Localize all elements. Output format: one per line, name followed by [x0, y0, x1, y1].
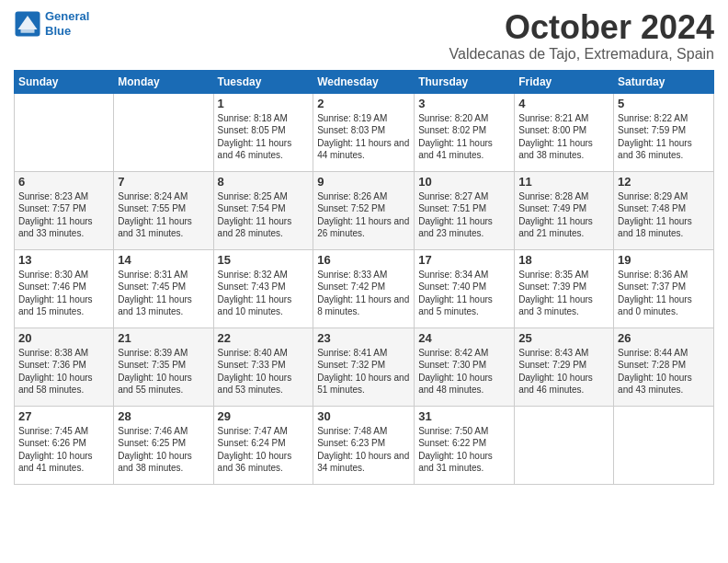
calendar-cell: 18Sunrise: 8:35 AM Sunset: 7:39 PM Dayli… [515, 249, 614, 327]
calendar-cell: 8Sunrise: 8:25 AM Sunset: 7:54 PM Daylig… [213, 171, 313, 249]
calendar-cell: 9Sunrise: 8:26 AM Sunset: 7:52 PM Daylig… [313, 171, 415, 249]
calendar-week-row: 6Sunrise: 8:23 AM Sunset: 7:57 PM Daylig… [15, 171, 714, 249]
day-number: 8 [218, 175, 310, 189]
svg-rect-2 [21, 29, 35, 33]
day-info: Sunrise: 8:26 AM Sunset: 7:52 PM Dayligh… [317, 190, 410, 240]
day-number: 7 [118, 175, 209, 189]
day-number: 14 [118, 253, 209, 267]
day-number: 4 [518, 97, 609, 110]
title-block: October 2024 Valdecanas de Tajo, Extrema… [449, 9, 714, 63]
column-header-friday: Friday [515, 70, 614, 93]
calendar-cell [614, 406, 714, 484]
calendar-cell: 21Sunrise: 8:39 AM Sunset: 7:35 PM Dayli… [114, 327, 213, 406]
column-header-sunday: Sunday [15, 70, 114, 93]
day-info: Sunrise: 7:45 AM Sunset: 6:26 PM Dayligh… [18, 425, 109, 475]
column-header-thursday: Thursday [415, 70, 515, 93]
day-number: 9 [317, 175, 410, 189]
calendar-cell: 17Sunrise: 8:34 AM Sunset: 7:40 PM Dayli… [415, 249, 515, 327]
day-info: Sunrise: 8:33 AM Sunset: 7:42 PM Dayligh… [317, 269, 410, 318]
calendar-cell: 3Sunrise: 8:20 AM Sunset: 8:02 PM Daylig… [415, 93, 515, 171]
day-number: 22 [218, 331, 310, 345]
calendar-week-row: 1Sunrise: 8:18 AM Sunset: 8:05 PM Daylig… [15, 93, 714, 171]
day-number: 21 [118, 331, 209, 345]
day-number: 15 [218, 253, 310, 267]
calendar-table: SundayMondayTuesdayWednesdayThursdayFrid… [14, 70, 714, 485]
calendar-cell: 13Sunrise: 8:30 AM Sunset: 7:46 PM Dayli… [15, 249, 114, 327]
calendar-header-row: SundayMondayTuesdayWednesdayThursdayFrid… [15, 70, 714, 93]
calendar-week-row: 20Sunrise: 8:38 AM Sunset: 7:36 PM Dayli… [15, 327, 714, 406]
day-number: 3 [418, 97, 510, 110]
day-number: 6 [18, 175, 109, 189]
day-info: Sunrise: 8:27 AM Sunset: 7:51 PM Dayligh… [418, 190, 510, 240]
calendar-cell: 29Sunrise: 7:47 AM Sunset: 6:24 PM Dayli… [213, 406, 313, 484]
day-info: Sunrise: 8:24 AM Sunset: 7:55 PM Dayligh… [118, 190, 209, 240]
logo: General Blue [14, 9, 89, 38]
calendar-cell: 25Sunrise: 8:43 AM Sunset: 7:29 PM Dayli… [515, 327, 614, 406]
day-info: Sunrise: 8:41 AM Sunset: 7:32 PM Dayligh… [317, 347, 410, 396]
day-number: 17 [418, 253, 510, 267]
calendar-cell: 1Sunrise: 8:18 AM Sunset: 8:05 PM Daylig… [213, 93, 313, 171]
day-info: Sunrise: 8:32 AM Sunset: 7:43 PM Dayligh… [218, 269, 310, 318]
day-info: Sunrise: 8:39 AM Sunset: 7:35 PM Dayligh… [118, 347, 209, 396]
column-header-saturday: Saturday [614, 70, 714, 93]
calendar-cell: 27Sunrise: 7:45 AM Sunset: 6:26 PM Dayli… [15, 406, 114, 484]
day-info: Sunrise: 8:19 AM Sunset: 8:03 PM Dayligh… [317, 112, 410, 162]
calendar-cell: 4Sunrise: 8:21 AM Sunset: 8:00 PM Daylig… [515, 93, 614, 171]
column-header-tuesday: Tuesday [213, 70, 313, 93]
calendar-cell: 2Sunrise: 8:19 AM Sunset: 8:03 PM Daylig… [313, 93, 415, 171]
day-number: 16 [317, 253, 410, 267]
day-info: Sunrise: 7:47 AM Sunset: 6:24 PM Dayligh… [218, 425, 310, 475]
calendar-cell: 5Sunrise: 8:22 AM Sunset: 7:59 PM Daylig… [614, 93, 714, 171]
calendar-cell [15, 93, 114, 171]
day-number: 26 [618, 331, 710, 345]
day-number: 5 [618, 97, 710, 110]
day-info: Sunrise: 8:34 AM Sunset: 7:40 PM Dayligh… [418, 269, 510, 318]
day-number: 18 [518, 253, 609, 267]
calendar-cell: 7Sunrise: 8:24 AM Sunset: 7:55 PM Daylig… [114, 171, 213, 249]
day-info: Sunrise: 8:31 AM Sunset: 7:45 PM Dayligh… [118, 269, 209, 318]
calendar-cell: 26Sunrise: 8:44 AM Sunset: 7:28 PM Dayli… [614, 327, 714, 406]
calendar-cell: 28Sunrise: 7:46 AM Sunset: 6:25 PM Dayli… [114, 406, 213, 484]
day-info: Sunrise: 8:40 AM Sunset: 7:33 PM Dayligh… [218, 347, 310, 396]
day-info: Sunrise: 8:18 AM Sunset: 8:05 PM Dayligh… [218, 112, 310, 162]
day-number: 27 [18, 409, 109, 423]
calendar-cell: 15Sunrise: 8:32 AM Sunset: 7:43 PM Dayli… [213, 249, 313, 327]
calendar-cell: 23Sunrise: 8:41 AM Sunset: 7:32 PM Dayli… [313, 327, 415, 406]
day-info: Sunrise: 8:25 AM Sunset: 7:54 PM Dayligh… [218, 190, 310, 240]
logo-text: General Blue [45, 9, 89, 38]
calendar-cell: 14Sunrise: 8:31 AM Sunset: 7:45 PM Dayli… [114, 249, 213, 327]
calendar-cell: 31Sunrise: 7:50 AM Sunset: 6:22 PM Dayli… [415, 406, 515, 484]
day-info: Sunrise: 8:30 AM Sunset: 7:46 PM Dayligh… [18, 269, 109, 318]
day-number: 20 [18, 331, 109, 345]
day-info: Sunrise: 8:20 AM Sunset: 8:02 PM Dayligh… [418, 112, 510, 162]
column-header-wednesday: Wednesday [313, 70, 415, 93]
calendar-cell [515, 406, 614, 484]
day-info: Sunrise: 8:42 AM Sunset: 7:30 PM Dayligh… [418, 347, 510, 396]
day-info: Sunrise: 8:35 AM Sunset: 7:39 PM Dayligh… [518, 269, 609, 318]
day-number: 31 [418, 409, 510, 423]
day-info: Sunrise: 8:29 AM Sunset: 7:48 PM Dayligh… [618, 190, 710, 240]
day-number: 13 [18, 253, 109, 267]
calendar-cell: 16Sunrise: 8:33 AM Sunset: 7:42 PM Dayli… [313, 249, 415, 327]
day-info: Sunrise: 7:48 AM Sunset: 6:23 PM Dayligh… [317, 425, 410, 475]
day-number: 19 [618, 253, 710, 267]
calendar-cell: 11Sunrise: 8:28 AM Sunset: 7:49 PM Dayli… [515, 171, 614, 249]
day-number: 1 [218, 97, 310, 110]
column-header-monday: Monday [114, 70, 213, 93]
calendar-week-row: 13Sunrise: 8:30 AM Sunset: 7:46 PM Dayli… [15, 249, 714, 327]
calendar-cell: 10Sunrise: 8:27 AM Sunset: 7:51 PM Dayli… [415, 171, 515, 249]
day-number: 30 [317, 409, 410, 423]
day-number: 23 [317, 331, 410, 345]
day-info: Sunrise: 8:36 AM Sunset: 7:37 PM Dayligh… [618, 269, 710, 318]
day-info: Sunrise: 8:44 AM Sunset: 7:28 PM Dayligh… [618, 347, 710, 396]
calendar-cell: 6Sunrise: 8:23 AM Sunset: 7:57 PM Daylig… [15, 171, 114, 249]
day-number: 2 [317, 97, 410, 110]
calendar-cell: 24Sunrise: 8:42 AM Sunset: 7:30 PM Dayli… [415, 327, 515, 406]
day-number: 12 [618, 175, 710, 189]
day-number: 25 [518, 331, 609, 345]
calendar-cell: 30Sunrise: 7:48 AM Sunset: 6:23 PM Dayli… [313, 406, 415, 484]
month-title: October 2024 [449, 9, 714, 46]
day-info: Sunrise: 8:43 AM Sunset: 7:29 PM Dayligh… [518, 347, 609, 396]
calendar-week-row: 27Sunrise: 7:45 AM Sunset: 6:26 PM Dayli… [15, 406, 714, 484]
calendar-cell: 20Sunrise: 8:38 AM Sunset: 7:36 PM Dayli… [15, 327, 114, 406]
